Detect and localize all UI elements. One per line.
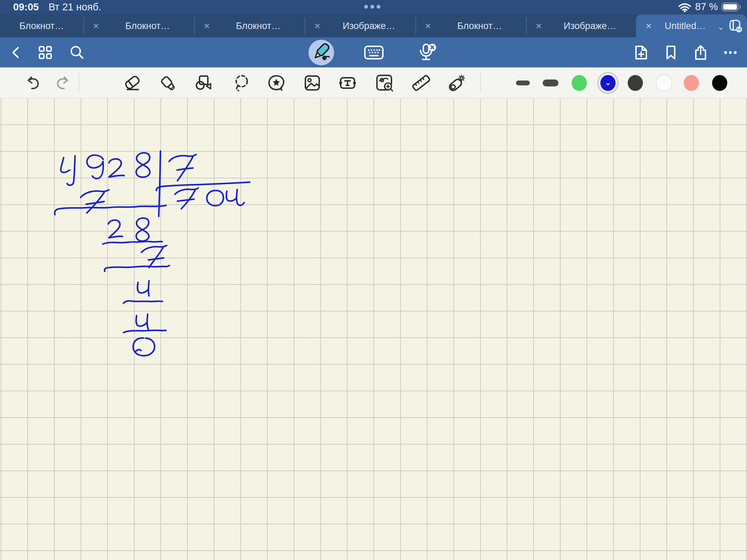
smart-ink-tool[interactable] — [445, 73, 466, 93]
ink-stroke — [207, 190, 223, 206]
tab-5[interactable]: ×Изображе… — [526, 15, 636, 37]
tab-label: Блокнот… — [101, 21, 194, 31]
tab-dropdown-icon[interactable]: ⌄ — [717, 22, 724, 32]
tab-label: Изображе… — [323, 21, 415, 31]
ink-stroke — [133, 338, 155, 356]
tab-close-icon[interactable]: × — [423, 21, 433, 31]
keyboard-button[interactable] — [364, 44, 384, 61]
tab-separator — [83, 17, 84, 35]
page-thumbnails-button[interactable] — [37, 45, 53, 60]
battery-icon — [721, 2, 741, 12]
eraser-tool[interactable] — [123, 74, 141, 92]
bookmark-button[interactable] — [663, 44, 679, 61]
tab-separator — [305, 17, 305, 35]
tab-0[interactable]: Блокнот… — [0, 15, 83, 37]
multitask-handle-icon[interactable] — [364, 5, 380, 9]
redo-button[interactable] — [55, 75, 71, 91]
stroke-width-medium[interactable] — [516, 81, 530, 85]
tab-3[interactable]: ×Изображе… — [305, 15, 415, 37]
tab-separator — [194, 17, 195, 35]
clock: 09:05 — [13, 1, 39, 13]
tab-1[interactable]: ×Блокнот… — [83, 15, 194, 37]
ink-stroke — [87, 155, 103, 179]
ink-stroke — [136, 153, 150, 177]
ink-stroke — [123, 330, 166, 333]
status-bar: 09:05 Вт 21 нояб. 87 % — [0, 0, 747, 15]
undo-button[interactable] — [25, 75, 41, 91]
notebook-page-canvas[interactable] — [0, 99, 747, 560]
more-button[interactable] — [723, 45, 738, 60]
ink-stroke — [81, 190, 109, 213]
ink-stroke — [138, 281, 149, 296]
tab-label: Блокнот… — [212, 21, 305, 31]
tab-2[interactable]: ×Блокнот… — [194, 15, 305, 37]
ink-stroke — [141, 245, 167, 268]
search-button[interactable] — [68, 44, 85, 61]
highlighter-tool[interactable] — [159, 74, 177, 92]
ink-stroke — [169, 155, 196, 181]
ink-color-dark-gray[interactable] — [628, 75, 643, 91]
lasso-tool[interactable] — [232, 74, 251, 92]
shapes-tool[interactable] — [195, 74, 213, 92]
tab-label: Изображе… — [544, 21, 636, 31]
text-tool[interactable] — [338, 74, 357, 92]
tab-label: Untitled… — [654, 21, 717, 31]
tab-separator — [415, 17, 416, 35]
add-page-button[interactable] — [634, 44, 649, 61]
pen-tools-bar: ⌄ — [0, 67, 747, 99]
ink-stroke — [136, 218, 149, 241]
ink-stroke — [103, 241, 162, 244]
document-toolbar — [0, 37, 747, 67]
ink-stroke — [136, 314, 148, 329]
tab-separator — [526, 17, 527, 35]
tab-label: Блокнот… — [0, 21, 83, 31]
ink-color-salmon[interactable] — [684, 75, 699, 91]
tab-close-icon[interactable]: × — [534, 21, 544, 31]
ink-stroke — [104, 265, 169, 271]
tab-close-icon[interactable]: × — [202, 21, 212, 31]
app-window: 09:05 Вт 21 нояб. 87 % Блокнот…×Блокнот…… — [0, 0, 747, 560]
tab-bar: Блокнот…×Блокнот…×Блокнот…×Изображе…×Бло… — [0, 15, 747, 37]
pen-mode-icon — [308, 40, 334, 65]
date: Вт 21 нояб. — [48, 1, 101, 13]
ink-stroke — [226, 189, 244, 205]
stroke-width-thick[interactable] — [543, 80, 559, 86]
ink-stroke — [61, 156, 75, 185]
ruler-tool[interactable] — [412, 73, 431, 93]
ink-stroke — [55, 205, 166, 215]
tab-close-icon[interactable]: × — [312, 21, 323, 31]
tab-close-icon[interactable]: × — [644, 21, 654, 31]
ink-color-black[interactable] — [712, 75, 727, 91]
tab-active[interactable]: ×Untitled…⌄ — [636, 15, 747, 37]
tab-4[interactable]: ×Блокнот… — [415, 15, 526, 37]
sticker-tool[interactable] — [267, 74, 286, 92]
insert-image-tool[interactable] — [303, 74, 322, 92]
ink-stroke — [175, 188, 198, 209]
split-view-icon[interactable] — [728, 18, 744, 34]
share-button[interactable] — [693, 44, 708, 61]
ink-stroke — [108, 220, 122, 238]
ink-color-blue[interactable]: ⌄ — [600, 75, 616, 91]
ink-color-white[interactable] — [656, 74, 672, 92]
handwritten-long-division — [0, 99, 747, 560]
tab-close-icon[interactable]: × — [91, 21, 101, 31]
pen-mode-button[interactable] — [308, 40, 334, 65]
battery-percent: 87 % — [695, 1, 718, 12]
tools-separator — [480, 72, 481, 94]
dictation-off-button[interactable] — [417, 43, 439, 62]
tools-separator — [79, 72, 79, 94]
wifi-icon — [678, 1, 692, 12]
ink-stroke — [109, 159, 124, 177]
color-dropdown-icon: ⌄ — [605, 78, 611, 87]
back-button[interactable] — [8, 45, 24, 60]
tab-label: Блокнот… — [433, 21, 526, 31]
ink-stroke — [123, 301, 163, 303]
ink-stroke — [156, 182, 250, 190]
elements-tool[interactable] — [375, 73, 394, 93]
ink-color-green[interactable] — [572, 75, 587, 91]
